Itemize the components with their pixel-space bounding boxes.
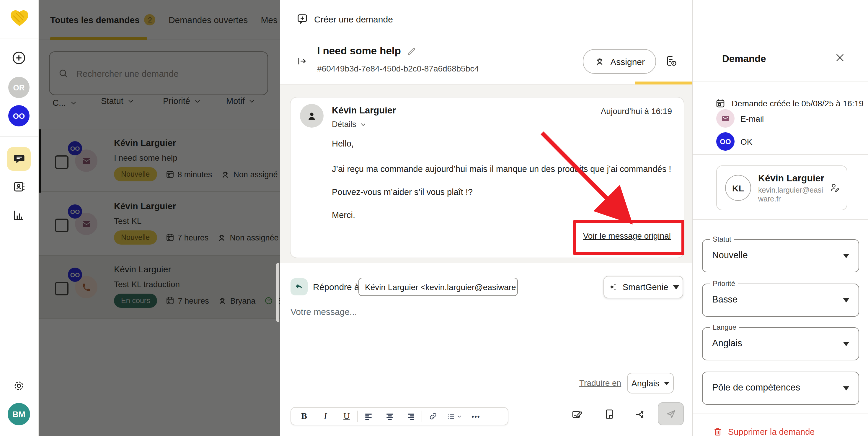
contacts-icon [12, 180, 25, 193]
underline-button[interactable]: U [336, 408, 357, 425]
ticket-row-3[interactable]: OO Kévin Larguier Test KL traduction En … [38, 256, 280, 319]
ticket-checkbox[interactable] [55, 219, 68, 232]
ticket-row-2[interactable]: OO Kévin Larguier Test KL Nouvelle 7 heu… [38, 193, 280, 256]
conversation-area: Kévin Larguier Détails Aujourd’hui à 16:… [280, 84, 692, 263]
ticket-detail-panel: Créer une demande I need some help #6044… [280, 0, 692, 436]
compose-placeholder[interactable]: Votre message... [290, 307, 357, 317]
delete-request-button[interactable]: Supprimer la demande [713, 427, 814, 436]
language-select[interactable]: Langue Anglais [702, 327, 859, 360]
active-tab-indicator [50, 37, 147, 40]
brand-badge: OO [716, 132, 735, 151]
panel-title: Demande [722, 53, 766, 64]
filter-priority[interactable]: Priorité [163, 96, 202, 106]
brand-badge: OO [68, 204, 82, 219]
sidebar-item-requests[interactable] [7, 147, 31, 171]
logo-container [0, 0, 38, 38]
internal-note-button[interactable] [603, 408, 616, 420]
search-icon [58, 68, 69, 79]
ticket-row-1[interactable]: OO Kévin Larguier I need some help Nouve… [38, 129, 280, 192]
list-format-button[interactable] [443, 408, 465, 425]
field-label: Statut [710, 235, 734, 243]
priority-select[interactable]: Priorité Basse [702, 284, 859, 317]
filter-status[interactable]: Statut [101, 96, 135, 106]
easiware-heart-logo-icon [9, 8, 30, 29]
send-button[interactable] [658, 402, 684, 425]
contact-name: Kévin Larguier [758, 173, 824, 184]
create-request-button[interactable]: Créer une demande [297, 13, 393, 25]
transfer-button[interactable] [633, 408, 647, 420]
field-value: Basse [712, 294, 738, 305]
ticket-subject: Test KL [114, 216, 142, 226]
dropdown-triangle-icon [843, 386, 849, 390]
filter-channel[interactable]: C... [53, 98, 77, 108]
workspace-avatar-oo[interactable]: OO [8, 105, 30, 126]
edit-title-icon[interactable] [407, 47, 416, 56]
list-scrollbar[interactable] [276, 263, 279, 322]
message-paragraph: Hello, [332, 138, 671, 150]
skills-select[interactable]: Pôle de compétences [702, 372, 859, 405]
smartgenie-button[interactable]: SmartGenie [603, 276, 683, 298]
agent-icon [217, 232, 227, 242]
ticket-subject: Test KL traduction [114, 280, 180, 289]
field-label: Langue [710, 323, 739, 331]
ticket-checkbox[interactable] [55, 282, 68, 295]
trash-icon [713, 427, 723, 436]
message-author: Kévin Larguier [332, 105, 396, 116]
ticket-assignee: Bryana [217, 296, 256, 306]
sidebar-item-settings[interactable] [11, 378, 27, 394]
field-label: Priorité [710, 280, 738, 288]
workspace-avatar-or[interactable]: OR [8, 77, 30, 98]
created-date-row: Demande créée le 05/08/25 à 16:19 [715, 98, 864, 109]
tab-all-requests[interactable]: Toutes les demandes 2 [50, 14, 156, 25]
align-left-button[interactable] [358, 408, 379, 425]
insert-link-button[interactable] [422, 408, 443, 425]
message-paragraph: Pouvez-vous m’aider s’il vous plaît !? [332, 186, 671, 199]
app-window: OR OO BM Toutes les demandes 2 Demandes … [0, 0, 868, 436]
create-new-button[interactable] [11, 50, 27, 66]
search-input[interactable] [75, 68, 259, 79]
email-channel-icon [81, 219, 91, 229]
channel-circle [716, 109, 735, 127]
translate-link[interactable]: Traduire en [579, 378, 621, 387]
chevron-down-icon [194, 97, 202, 105]
user-avatar-bm[interactable]: BM [8, 403, 30, 425]
message-details-toggle[interactable]: Détails [332, 120, 367, 129]
tab-open-requests[interactable]: Demandes ouvertes [168, 15, 248, 25]
reply-arrow-icon [294, 282, 304, 292]
edit-contact-icon[interactable] [829, 182, 840, 193]
edit-note-button[interactable] [570, 408, 583, 420]
recipient-select[interactable]: Kévin Larguier <kevin.larguier@easiware.… [359, 278, 518, 296]
ticket-checkbox[interactable] [55, 155, 68, 169]
collapse-panel-icon[interactable] [297, 56, 308, 67]
message-paragraph: J’ai reçu ma commande aujourd’hui mais i… [332, 163, 671, 175]
align-right-button[interactable] [400, 408, 422, 425]
close-icon[interactable] [834, 52, 845, 63]
sidebar-item-contacts[interactable] [8, 176, 30, 197]
tab-my-requests[interactable]: Mes dema [261, 15, 280, 25]
ticket-age: 7 heures [166, 296, 209, 306]
chevron-down-icon [127, 97, 135, 105]
ticket-contact-name: Kévin Larguier [114, 201, 176, 211]
search-box[interactable] [49, 51, 268, 95]
align-center-button[interactable] [379, 408, 400, 425]
ticket-log-icon[interactable] [665, 54, 678, 67]
brand-row: OO OK [716, 132, 752, 151]
bold-button[interactable]: B [293, 408, 315, 425]
translate-language-select[interactable]: Anglais [627, 373, 674, 394]
status-badge: Nouvelle [114, 230, 157, 244]
more-options-button[interactable]: ••• [465, 408, 487, 425]
reply-section: Répondre à Kévin Larguier <kevin.larguie… [280, 263, 692, 436]
field-value: Nouvelle [712, 250, 748, 261]
filter-motif[interactable]: Motif [226, 96, 256, 106]
status-select[interactable]: Statut Nouvelle [702, 239, 859, 272]
contact-card[interactable]: KL Kévin Larguier kevin.larguier@easiwar… [716, 166, 847, 210]
email-channel-icon [721, 114, 730, 123]
italic-button[interactable]: I [315, 408, 336, 425]
divider [693, 413, 868, 414]
reply-mode-button[interactable] [290, 278, 308, 295]
sidebar-item-stats[interactable] [8, 204, 30, 226]
chevron-down-icon [248, 97, 256, 105]
ticket-contact-name: Kévin Larguier [114, 264, 171, 274]
assign-button[interactable]: Assigner [583, 49, 656, 74]
agent-icon [217, 296, 227, 306]
